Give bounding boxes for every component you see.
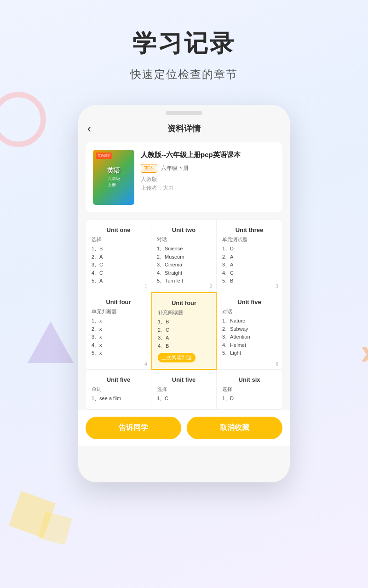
unit-cell-2[interactable]: Unit three单元测试题1、D2、A3、A4、C5、B3 (217, 220, 282, 292)
units-grid: Unit one选择1、B2、A3、C4、C5、A1Unit two对话1、Sc… (86, 220, 282, 410)
unit-type: 对话 (157, 236, 211, 243)
unit-item: 1、B (92, 245, 145, 253)
unit-cell-1[interactable]: Unit two对话1、Science2、Museum3、Cinema4、Str… (151, 220, 217, 292)
header-title: 资料详情 (167, 123, 201, 134)
unit-cell-3[interactable]: Unit four单元判断题1、x2、x3、x4、x5、x4 (86, 292, 151, 370)
top-section: 学习记录 快速定位检查的章节 (0, 0, 368, 96)
unit-item: 1、B (158, 318, 210, 326)
unit-type: 单词 (92, 386, 145, 393)
unit-item: 5、Light (222, 349, 276, 357)
unit-number-badge: 4 (144, 361, 147, 367)
unit-item: 3、x (92, 333, 145, 341)
unit-item: 4、x (92, 341, 145, 350)
unit-item: 4、C (92, 269, 145, 277)
last-read-badge: 上次阅读到这 (158, 353, 196, 362)
bg-decoration-triangle (28, 322, 74, 363)
unit-type: 对话 (222, 308, 276, 315)
unit-type: 单元测试题 (222, 236, 276, 243)
header-bar: ‹ 资料详情 (78, 115, 290, 142)
tag-grade: 六年级下册 (161, 164, 189, 172)
unit-name: Unit four (92, 299, 145, 305)
unit-item: 5、A (92, 277, 145, 285)
unit-cell-0[interactable]: Unit one选择1、B2、A3、C4、C5、A1 (86, 220, 151, 292)
unit-item: 4、B (158, 342, 210, 351)
unit-item: 1、see a film (92, 395, 145, 403)
unit-item: 3、Cinema (157, 261, 211, 269)
unit-item: 2、A (92, 253, 145, 261)
unit-item: 3、C (92, 261, 145, 269)
unit-name: Unit three (222, 226, 276, 233)
book-publisher: 人教版 (141, 175, 275, 183)
unit-number-badge: 1 (144, 283, 147, 289)
phone-notch (166, 111, 202, 115)
page-title: 学习记录 (9, 28, 359, 60)
unit-number-badge: 3 (276, 283, 278, 289)
book-cover-title: 英语 (107, 167, 120, 175)
unit-item: 1、D (222, 245, 276, 253)
unit-name: Unit five (157, 376, 211, 383)
unit-item: 5、x (92, 349, 145, 357)
phone-mockup: ‹ 资料详情 英语课本 英语 六年级上册 人教版--六年级上册pep英语课本 英… (78, 105, 290, 482)
unit-item: 1、C (157, 395, 211, 403)
unit-item: 1、Nature (222, 317, 276, 325)
page-subtitle: 快速定位检查的章节 (9, 67, 359, 82)
unit-item: 2、x (92, 325, 145, 334)
book-cover: 英语课本 英语 六年级上册 (93, 150, 134, 205)
unit-item: 2、Museum (157, 253, 211, 261)
book-cover-badge: 英语课本 (96, 153, 112, 159)
unit-item: 1、D (222, 395, 276, 403)
unit-item: 2、Subway (222, 325, 276, 334)
unit-type: 选择 (222, 386, 276, 393)
book-card: 英语课本 英语 六年级上册 人教版--六年级上册pep英语课本 英语 六年级下册… (86, 142, 282, 212)
tell-classmates-button[interactable]: 告诉同学 (86, 417, 181, 439)
unit-name: Unit five (92, 376, 145, 383)
unit-cell-7[interactable]: Unit five选择1、C (151, 370, 217, 410)
unit-cell-4[interactable]: Unit four补充阅读题1、B2、C3、A4、B上次阅读到这 (151, 292, 217, 370)
back-button[interactable]: ‹ (87, 122, 91, 135)
unit-item: 5、Turn left (157, 277, 211, 285)
bg-decoration-arrow: › (360, 331, 368, 373)
book-tags: 英语 六年级下册 (141, 164, 275, 173)
unit-name: Unit six (222, 376, 276, 383)
unit-type: 选择 (157, 386, 211, 393)
unit-name: Unit two (157, 226, 211, 233)
unit-number-badge: 6 (276, 361, 278, 367)
bg-decoration-circle (0, 92, 46, 147)
unit-item: 2、A (222, 253, 276, 261)
unit-item: 4、Straight (157, 269, 211, 277)
unit-item: 2、C (158, 326, 210, 334)
unit-type: 选择 (92, 236, 145, 243)
unit-type: 补充阅读题 (158, 309, 210, 316)
unit-item: 3、A (158, 334, 210, 342)
unit-number-badge: 2 (210, 283, 213, 289)
book-uploader: 上传者：大力 (141, 184, 275, 192)
unit-item: 1、Science (157, 245, 211, 253)
unit-item: 5、B (222, 277, 276, 285)
book-cover-sub: 六年级上册 (108, 176, 120, 188)
unit-name: Unit five (222, 299, 276, 305)
uncollect-button[interactable]: 取消收藏 (187, 417, 282, 439)
unit-cell-8[interactable]: Unit six选择1、D (217, 370, 282, 410)
unit-type: 单元判断题 (92, 308, 145, 315)
units-container: Unit one选择1、B2、A3、C4、C5、A1Unit two对话1、Sc… (86, 220, 282, 410)
unit-name: Unit one (92, 226, 145, 233)
unit-cell-6[interactable]: Unit five单词1、see a film (86, 370, 151, 410)
unit-cell-5[interactable]: Unit five对话1、Nature2、Subway3、Attention4、… (217, 292, 282, 370)
unit-name: Unit four (158, 300, 210, 306)
book-name: 人教版--六年级上册pep英语课本 (141, 150, 275, 159)
tag-subject: 英语 (141, 164, 157, 173)
unit-item: 1、x (92, 317, 145, 325)
book-info: 人教版--六年级上册pep英语课本 英语 六年级下册 人教版 上传者：大力 (141, 150, 275, 192)
bottom-buttons: 告诉同学 取消收藏 (78, 410, 290, 446)
phone-inner: ‹ 资料详情 英语课本 英语 六年级上册 人教版--六年级上册pep英语课本 英… (78, 115, 290, 482)
unit-item: 3、Attention (222, 333, 276, 341)
unit-item: 4、C (222, 269, 276, 277)
unit-item: 3、A (222, 261, 276, 269)
unit-item: 4、Helmet (222, 341, 276, 350)
